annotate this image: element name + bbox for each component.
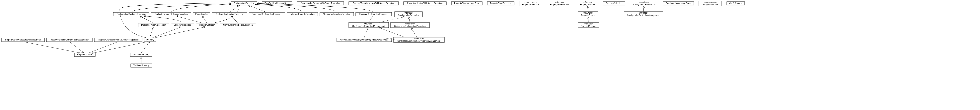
uml-diagram: ConfigurationException TapirProblemMessa… [0,0,980,110]
svg-text:ConfigurationMessageBean: ConfigurationMessageBean [666,2,690,5]
svg-text:«interface»: «interface» [405,23,415,25]
svg-text:MissingConfigurationException: MissingConfigurationException [323,13,350,15]
svg-text:«interface»: «interface» [639,1,649,3]
node-PropertyLocation: PropertyLocation [75,53,95,57]
svg-text:DescribedProperty: DescribedProperty [133,53,150,56]
svg-text:ConfigurationProjectionManagem: ConfigurationProjectionManagement [627,14,660,16]
svg-text:«enumeration»: «enumeration» [703,1,717,3]
svg-text:PropertyValueResolverWithSourc: PropertyValueResolverWithSourceException [301,2,340,5]
svg-text:PropertyDefinition: PropertyDefinition [199,24,215,26]
node-ConfigurationCode: «enumeration»ConfigurationCode [699,1,722,6]
svg-text:«interface»: «interface» [584,23,593,25]
svg-text:CompoundConfigurationException: CompoundConfigurationException [252,13,282,15]
svg-text:PropertyProvider: PropertyProvider [580,3,595,6]
node-PropertyStoreLocator: «interface»PropertyStoreLocator [547,1,572,6]
svg-text:UnknownProperties: UnknownProperties [174,24,191,26]
node-PropertyValidationWithSourceException: PropertyValidationWithSourceException [404,2,446,5]
node-PropertyValueConversionWithSourceException: PropertyValueConversionWithSourceExcepti… [349,2,399,5]
node-ConfigurationMessageBean: ConfigurationMessageBean [663,2,694,5]
svg-text:ConfigurationPropertiesManagem: ConfigurationPropertiesManagement [352,25,385,27]
svg-text:UnknownPropertyException: UnknownPropertyException [290,13,314,15]
svg-text:ConfigurationCode: ConfigurationCode [702,3,719,6]
node-DescribedProperty: DescribedProperty [130,53,152,57]
node-ConfigurationRepository: «interface»ConfigurationRepository [630,1,658,6]
node-ConfigurationProperties: «interface»ConfigurationProperties [395,11,423,17]
node-ConfigContext: ConfigContext [727,2,745,5]
node-DuplicatePropertyDefinitionException: DuplicatePropertyDefinitionException [151,13,191,16]
node-PropertyValueResolverWithSourceException: PropertyValueResolverWithSourceException [297,2,344,5]
node-PropertyCollection: PropertyCollection [603,2,625,5]
svg-text:«interface»: «interface» [364,23,374,25]
svg-text:«interface»: «interface» [555,1,565,3]
node-ConfigurationProjectionManagement: «interface»ConfigurationProjectionManage… [624,11,663,17]
svg-text:SerializableConfigurationPrope: SerializableConfigurationProperties [395,25,426,27]
svg-text:«interface»: «interface» [582,1,592,3]
node-TapirProblemMessageBean: TapirProblemMessageBean [262,2,292,5]
svg-text:PropertyStoreCode: PropertyStoreCode [522,3,539,6]
node-AbstractAdminModeSupportedPropertiesManagement: AbstractAdminModeSupportedPropertiesMana… [337,38,391,42]
node-ConfigurationNotFoundException: ConfigurationNotFoundException [220,23,256,27]
svg-text:DuplicateConfigurationExceptio: DuplicateConfigurationException [359,13,388,15]
node-UnknownProperties: UnknownProperties [171,23,194,27]
svg-text:DuplicatePropertyDefinitionExc: DuplicatePropertyDefinitionException [154,13,188,15]
svg-text:«interface»: «interface» [414,37,424,40]
svg-text:ConfigContext: ConfigContext [729,2,742,5]
node-PropertyValueWithSourceMessageBean: PropertyValueWithSourceMessageBean [2,38,45,42]
node-SerializableConfigurationPropertiesManagement: «interface»SerializableConfigurationProp… [393,37,444,42]
svg-text:ConfigurationValidationExcepti: ConfigurationValidationException [117,13,146,15]
node-MissingConfigurationException: MissingConfigurationException [320,13,354,16]
node-PropertyManager: «interface»PropertyManager [578,23,599,28]
svg-text:AbstractAdminModeSupportedProp: AbstractAdminModeSupportedPropertiesMana… [340,39,388,41]
node-UnknownPropertyException: UnknownPropertyException [287,13,318,16]
node-PropertyIndex: PropertyIndex [193,13,210,16]
node-Property: Property [144,38,156,42]
svg-text:PropertyStoreMessageBean: PropertyStoreMessageBean [454,2,479,5]
node-PropertyExpressionWithSourceMessageBean: PropertyExpressionWithSourceMessageBean [94,38,142,42]
node-DuplicateConfigurationException: DuplicateConfigurationException [356,13,391,16]
node-ConfigurationPropertiesManagement: «interface»ConfigurationPropertiesManage… [349,23,388,28]
node-PropertyDefinition: PropertyDefinition [196,23,218,27]
svg-text:DuplicatePropertyException: DuplicatePropertyException [141,24,166,26]
svg-text:SerializableConfigurationPrope: SerializableConfigurationPropertiesManag… [397,40,440,42]
svg-text:PropertyExpressionWithSourceMe: PropertyExpressionWithSourceMessageBean [98,39,138,41]
svg-text:ConfigurationRepository: ConfigurationRepository [633,3,654,6]
svg-text:PropertyIndex: PropertyIndex [195,13,208,15]
svg-text:PropertyStoreException: PropertyStoreException [490,2,511,5]
node-ValidatedProperty: ValidatedProperty [130,64,152,67]
node-PropertyStoreException: PropertyStoreException [487,2,514,5]
node-ConfigurationLoadingException: ConfigurationLoadingException [212,13,247,16]
svg-text:«interface»: «interface» [583,12,593,14]
svg-text:ValidatedProperty: ValidatedProperty [134,64,149,66]
svg-text:PropertyCollection: PropertyCollection [606,2,622,5]
svg-text:PropertyManager: PropertyManager [581,25,596,27]
node-DuplicatePropertyException: DuplicatePropertyException [138,23,169,27]
node-PropertySource: «interface»PropertySource [578,11,598,17]
svg-text:PropertyValidationWithSourceEx: PropertyValidationWithSourceException [407,2,442,5]
node-SerializableConfigurationProperties: «interface»SerializableConfigurationProp… [391,23,430,28]
svg-text:PropertySource: PropertySource [581,14,595,16]
node-CompoundConfigurationException: CompoundConfigurationException [249,13,285,16]
svg-text:PropertyValueConversionWithSou: PropertyValueConversionWithSourceExcepti… [353,2,395,5]
svg-text:PropertyValidationWithSourceMe: PropertyValidationWithSourceMessageBean [50,39,89,41]
svg-text:PropertyStoreLocator: PropertyStoreLocator [550,3,569,6]
node-ConfigurationValidationException: ConfigurationValidationException [113,13,149,16]
svg-text:PropertyLocation: PropertyLocation [77,53,92,56]
node-PropertyProvider: «interface»PropertyProvider [577,1,598,6]
svg-text:«interface»: «interface» [404,12,414,14]
svg-text:«enumeration»: «enumeration» [524,1,538,3]
node-PropertyValidationWithSourceMessageBean: PropertyValidationWithSourceMessageBean [46,38,92,42]
svg-text:PropertyValueWithSourceMessage: PropertyValueWithSourceMessageBean [5,39,41,41]
svg-text:Property: Property [146,39,154,41]
node-ConfigurationException: ConfigurationException [231,2,257,5]
node-PropertyStoreMessageBean: PropertyStoreMessageBean [452,2,482,5]
svg-text:ConfigurationLoadingException: ConfigurationLoadingException [216,13,243,15]
svg-text:ConfigurationException: ConfigurationException [234,2,254,5]
node-PropertyStoreCode: «enumeration»PropertyStoreCode [519,1,542,6]
svg-text:«interface»: «interface» [638,12,648,14]
svg-text:ConfigurationProperties: ConfigurationProperties [398,14,419,16]
svg-text:ConfigurationNotFoundException: ConfigurationNotFoundException [223,24,253,26]
